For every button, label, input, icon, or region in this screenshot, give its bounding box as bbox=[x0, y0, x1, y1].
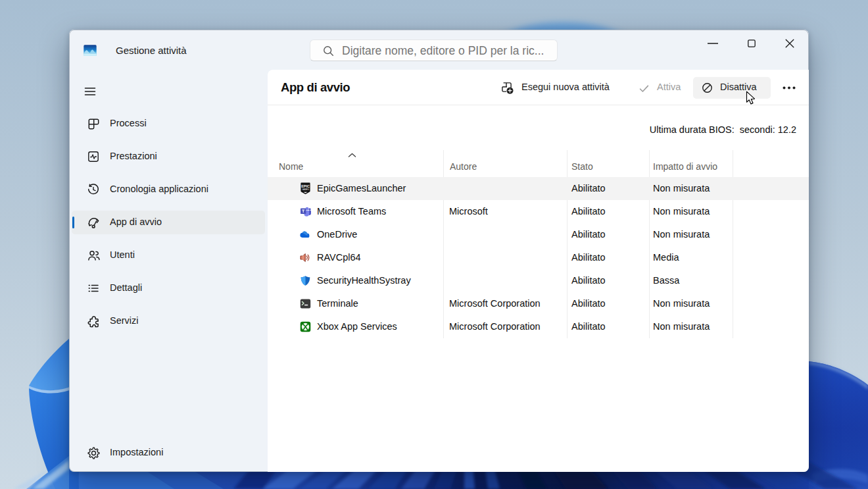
svg-text:GAMES: GAMES bbox=[302, 188, 308, 191]
